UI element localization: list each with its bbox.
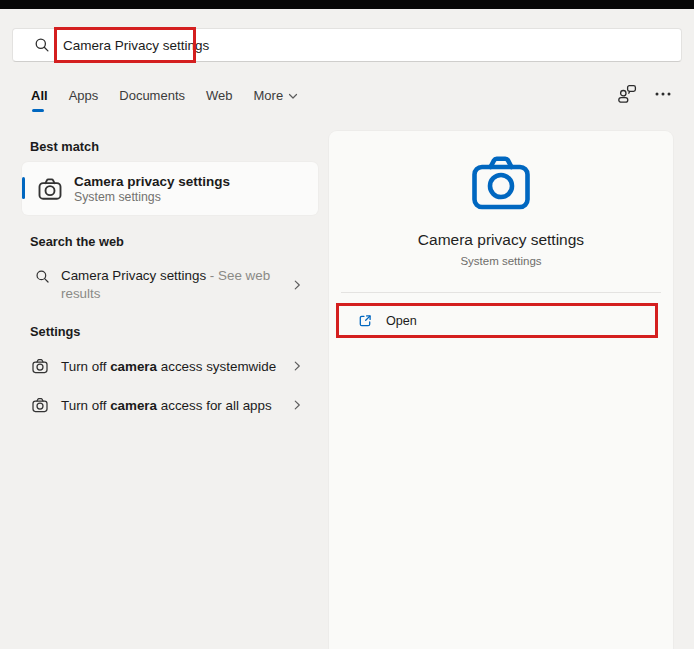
camera-icon	[38, 177, 62, 201]
preview-title: Camera privacy settings	[329, 231, 673, 249]
chevron-right-icon[interactable]	[290, 278, 304, 292]
user-account-icon[interactable]	[617, 84, 637, 104]
selection-accent-bar	[22, 177, 25, 199]
best-match-heading: Best match	[30, 139, 99, 154]
web-search-result[interactable]: Camera Privacy settings - See web result…	[22, 258, 318, 312]
camera-icon-large	[472, 154, 530, 210]
best-match-subtitle: System settings	[74, 190, 230, 205]
setting-text-highlight: camera	[110, 359, 157, 374]
camera-icon	[32, 358, 48, 374]
search-icon	[35, 269, 50, 284]
best-match-title: Camera privacy settings	[74, 173, 230, 190]
best-match-result[interactable]: Camera privacy settings System settings	[22, 162, 318, 215]
tab-more[interactable]: More	[254, 88, 300, 103]
windows-search-flyout: Camera Privacy settings All Apps Documen…	[0, 0, 694, 649]
tab-documents[interactable]: Documents	[119, 88, 185, 103]
preview-subtitle: System settings	[329, 255, 673, 267]
setting-text-highlight: camera	[110, 398, 157, 413]
chevron-down-icon	[287, 90, 299, 102]
tab-apps-label: Apps	[69, 88, 99, 103]
setting-text: Turn off	[61, 359, 110, 374]
camera-icon	[32, 397, 48, 413]
open-action-label: Open	[386, 314, 417, 328]
filter-tabs: All Apps Documents Web More	[31, 88, 299, 103]
more-options-icon[interactable]	[654, 86, 672, 102]
search-header-actions	[617, 84, 672, 104]
search-bar[interactable]: Camera Privacy settings	[12, 28, 682, 62]
tab-web-label: Web	[206, 88, 233, 103]
tab-all-label: All	[31, 88, 48, 103]
tab-all[interactable]: All	[31, 88, 48, 103]
tab-documents-label: Documents	[119, 88, 185, 103]
open-action[interactable]: Open	[339, 304, 659, 337]
settings-heading: Settings	[30, 324, 80, 339]
setting-text: access for all apps	[157, 398, 272, 413]
preview-panel: Camera privacy settings System settings …	[329, 131, 673, 649]
tab-web[interactable]: Web	[206, 88, 233, 103]
setting-result-camera-systemwide[interactable]: Turn off camera access systemwide	[22, 349, 318, 383]
tab-more-label: More	[254, 88, 284, 103]
tab-apps[interactable]: Apps	[69, 88, 99, 103]
chevron-right-icon[interactable]	[290, 359, 304, 373]
search-input[interactable]: Camera Privacy settings	[63, 38, 209, 53]
setting-text: access systemwide	[157, 359, 276, 374]
setting-text: Turn off	[61, 398, 110, 413]
divider	[341, 292, 661, 293]
search-icon	[34, 37, 50, 53]
open-external-icon	[357, 313, 373, 329]
chevron-right-icon[interactable]	[290, 398, 304, 412]
web-query-text: Camera Privacy settings	[61, 268, 206, 283]
setting-result-camera-all-apps[interactable]: Turn off camera access for all apps	[22, 388, 318, 422]
top-edge-strip	[0, 0, 694, 9]
search-web-heading: Search the web	[30, 234, 124, 249]
